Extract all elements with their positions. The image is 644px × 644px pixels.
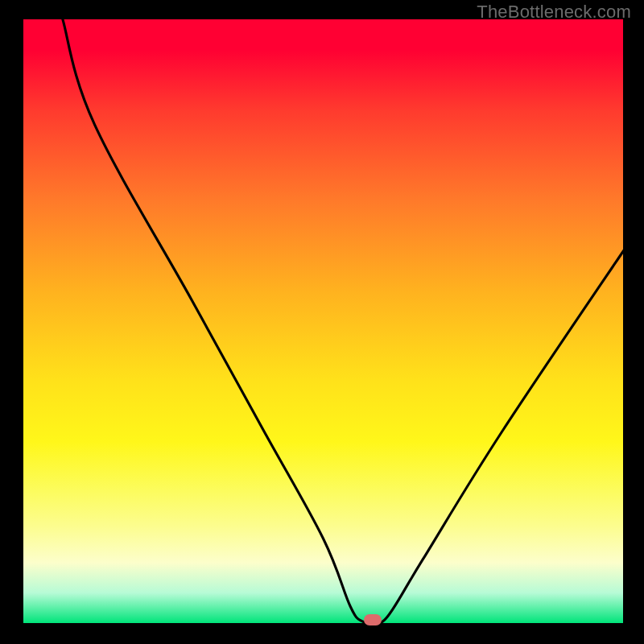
plot-area bbox=[23, 19, 623, 623]
optimum-marker bbox=[364, 614, 382, 625]
chart-stage: TheBottleneck.com bbox=[0, 0, 644, 644]
bottleneck-curve bbox=[23, 19, 623, 623]
curve-path bbox=[63, 19, 623, 623]
